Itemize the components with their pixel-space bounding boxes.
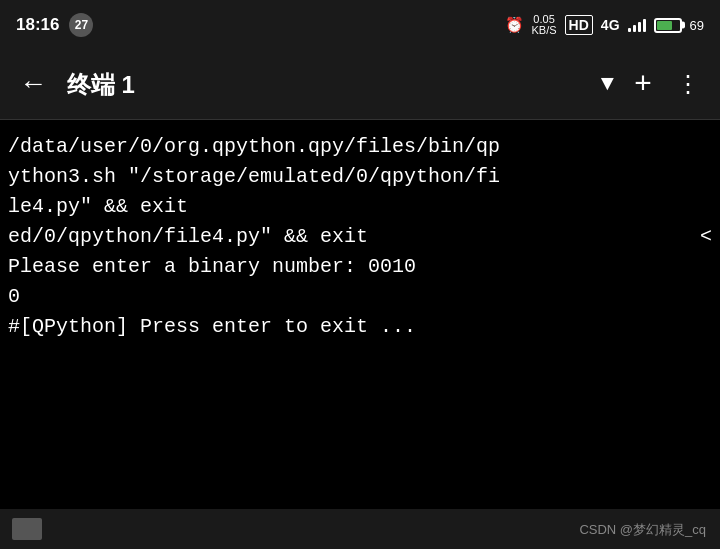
battery-indicator: 69 <box>654 18 704 33</box>
less-sign: < <box>700 222 712 252</box>
terminal-line-1: /data/user/0/org.qpython.qpy/files/bin/q… <box>8 132 712 162</box>
signal-bars <box>628 18 646 32</box>
status-badge: 27 <box>69 13 93 37</box>
toolbar-actions: + ⋮ <box>634 70 700 100</box>
terminal-line-2: ython3.sh "/storage/emulated/0/qpython/f… <box>8 162 712 192</box>
hd-badge: HD <box>565 15 593 35</box>
status-left: 18:16 27 <box>16 13 93 37</box>
status-bar: 18:16 27 ⏰ 0.05 KB/S HD 4G 69 <box>0 0 720 50</box>
terminal-line-9: #[QPython] Press enter to exit ... <box>8 312 712 342</box>
data-speed: 0.05 KB/S <box>532 14 557 36</box>
status-time: 18:16 <box>16 15 59 35</box>
terminal-output: /data/user/0/org.qpython.qpy/files/bin/q… <box>0 120 720 509</box>
signal-bar-2 <box>633 25 636 32</box>
alarm-icon: ⏰ <box>505 16 524 34</box>
watermark: CSDN @梦幻精灵_cq <box>579 521 706 539</box>
dropdown-button[interactable]: ▼ <box>601 72 614 97</box>
signal-bar-1 <box>628 28 631 32</box>
signal-bar-4 <box>643 19 646 32</box>
battery-box <box>654 18 682 33</box>
terminal-line-6: Please enter a binary number: 0010 <box>8 252 712 282</box>
toolbar: ← 终端 1 ▼ + ⋮ <box>0 50 720 120</box>
signal-bar-3 <box>638 22 641 32</box>
keyboard-toggle[interactable] <box>12 518 42 540</box>
status-right: ⏰ 0.05 KB/S HD 4G 69 <box>505 14 704 36</box>
more-options-button[interactable]: ⋮ <box>676 70 700 99</box>
terminal-line-7: 0 <box>8 282 712 312</box>
terminal-title: 终端 1 <box>67 69 581 101</box>
network-type: 4G <box>601 17 620 33</box>
terminal-line-4: ed/0/qpython/file4.py" && exit < <box>8 222 712 252</box>
terminal-line-3: le4.py" && exit <box>8 192 712 222</box>
add-terminal-button[interactable]: + <box>634 70 652 100</box>
back-button[interactable]: ← <box>20 64 47 105</box>
battery-level: 69 <box>690 18 704 33</box>
battery-fill <box>657 21 672 30</box>
